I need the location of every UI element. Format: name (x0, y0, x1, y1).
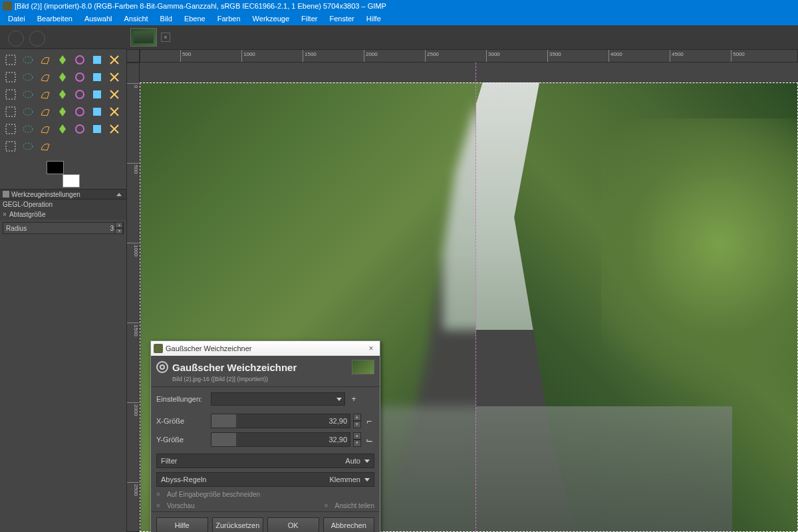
spin-down-icon[interactable]: ▾ (353, 421, 361, 428)
horizontal-ruler[interactable]: 500100015002000250030003500400045005000 (140, 49, 798, 63)
dialog-heading: Gaußscher Weichzeichner (172, 362, 297, 373)
tool-rect-select[interactable] (3, 52, 19, 68)
svg-point-6 (76, 73, 84, 81)
tool-crop[interactable] (106, 69, 122, 85)
cancel-button[interactable]: Abbrechen (323, 517, 375, 532)
tool-paths[interactable] (3, 69, 19, 85)
tool-gegl-op[interactable] (37, 138, 53, 154)
filter-combo[interactable]: Filter Auto (156, 454, 374, 468)
svg-rect-20 (6, 142, 15, 151)
menu-filter[interactable]: Filter (296, 13, 323, 24)
tool-airbrush[interactable] (3, 121, 19, 137)
tool-color-picker[interactable] (20, 69, 36, 85)
tool-paintbrush[interactable] (89, 104, 105, 120)
tab-close-button[interactable]: × (161, 33, 170, 42)
close-icon[interactable]: × (3, 211, 9, 218)
abyss-combo[interactable]: Abyss-Regeln Klemmen (156, 472, 374, 487)
dialog-titlebar[interactable]: Gaußscher Weichzeichner × (151, 341, 380, 356)
tool-gradient[interactable] (55, 104, 70, 120)
tool-foreground-select[interactable] (106, 52, 122, 68)
presets-combo[interactable] (211, 392, 345, 406)
ok-button[interactable]: OK (267, 517, 319, 532)
menu-fenster[interactable]: Fenster (324, 13, 359, 24)
tool-align[interactable] (89, 69, 105, 85)
spin-down-icon[interactable]: ▾ (115, 228, 123, 234)
ruler-tick: 500 (127, 163, 139, 174)
tool-measure[interactable] (55, 69, 70, 85)
spin-up-icon[interactable]: ▴ (353, 432, 361, 440)
menu-werkzeuge[interactable]: Werkzeuge (247, 13, 295, 24)
bg-color-swatch[interactable] (63, 174, 80, 188)
menu-auswahl[interactable]: Auswahl (79, 13, 118, 24)
tool-shear[interactable] (37, 86, 53, 102)
tool-clone[interactable] (55, 121, 70, 137)
left-dock: Werkzeugeinstellungen GEGL-Operation × A… (0, 25, 126, 532)
fg-bg-swatch[interactable] (47, 161, 80, 188)
menu-ansicht[interactable]: Ansicht (118, 13, 153, 24)
tool-cage[interactable] (89, 86, 105, 102)
preset-menu-button[interactable] (362, 393, 374, 405)
image-tab[interactable] (130, 28, 157, 47)
tool-mypaint[interactable] (37, 121, 53, 137)
menu-farben[interactable]: Farben (212, 13, 246, 24)
tool-scale[interactable] (20, 86, 36, 102)
menu-hilfe[interactable]: Hilfe (361, 13, 386, 24)
tool-fuzzy-select[interactable] (55, 52, 70, 68)
tool-pencil[interactable] (72, 104, 88, 120)
clip-checkbox[interactable]: × Auf Eingabegröße beschneiden (151, 489, 380, 500)
reset-button[interactable]: Zurücksetzen (212, 517, 264, 532)
menu-triangle-icon[interactable] (116, 193, 122, 196)
spin-up-icon[interactable]: ▴ (115, 222, 123, 228)
ruler-tick: 0 (127, 83, 139, 88)
split-view-checkbox[interactable]: Ansicht teilen (335, 502, 374, 509)
menubar: DateiBearbeitenAuswahlAnsichtBildEbeneFa… (0, 12, 798, 25)
tool-move[interactable] (72, 69, 88, 85)
preset-add-button[interactable]: + (348, 393, 360, 405)
sample-size-row[interactable]: × Abtastgröße (0, 209, 126, 219)
image-tabstrip: × (126, 25, 798, 49)
x-size-slider[interactable]: 32,90 (211, 414, 350, 428)
tool-free-select[interactable] (37, 52, 53, 68)
tool-zoom[interactable] (37, 69, 53, 85)
menu-ebene[interactable]: Ebene (179, 13, 211, 24)
tool-rotate[interactable] (3, 86, 19, 102)
tool-options-header[interactable]: Werkzeugeinstellungen (0, 189, 126, 200)
chain-link-bottom-icon[interactable]: ⌙ (364, 435, 374, 445)
fg-color-swatch[interactable] (47, 161, 64, 174)
preview-checkbox[interactable]: Vorschau (167, 502, 195, 509)
dialog-close-button[interactable]: × (365, 344, 377, 353)
tool-unified-transform[interactable] (106, 86, 122, 102)
tool-bucket-fill[interactable] (37, 104, 53, 120)
ruler-tick: 2500 (425, 50, 439, 62)
help-button[interactable]: Hilfe (156, 517, 208, 532)
tool-warp[interactable] (3, 104, 19, 120)
tool-perspective-clone[interactable] (89, 121, 105, 137)
tool-by-color-select[interactable] (72, 52, 88, 68)
tool-text[interactable] (20, 104, 36, 120)
tool-blur-sharpen[interactable] (3, 138, 19, 154)
gegl-icon (156, 361, 168, 373)
menu-bearbeiten[interactable]: Bearbeiten (32, 13, 78, 24)
tool-ink[interactable] (20, 121, 36, 137)
tool-eraser[interactable] (106, 104, 122, 120)
tool-scissors[interactable] (89, 52, 105, 68)
radius-slider[interactable]: Radius 3 ▴▾ (3, 222, 124, 234)
tool-perspective[interactable] (55, 86, 70, 102)
y-size-slider[interactable]: 32,90 (211, 432, 350, 447)
menu-datei[interactable]: Datei (3, 13, 31, 24)
chain-link-top-icon[interactable]: ⌐ (364, 416, 374, 426)
tool-flip[interactable] (72, 86, 88, 102)
tool-heal[interactable] (72, 121, 88, 137)
ruler-tick: 3500 (547, 50, 561, 62)
svg-rect-4 (6, 72, 15, 82)
menu-bild[interactable]: Bild (155, 13, 178, 24)
tool-dodge-burn[interactable] (20, 138, 36, 154)
tool-smudge[interactable] (106, 121, 122, 137)
vertical-ruler[interactable]: 05001000150020002500 (126, 63, 140, 532)
svg-point-13 (23, 108, 33, 115)
tool-ellipse-select[interactable] (20, 52, 36, 68)
spin-down-icon[interactable]: ▾ (353, 440, 361, 447)
ruler-tick: 2000 (364, 50, 378, 62)
spin-up-icon[interactable]: ▴ (353, 414, 361, 421)
svg-point-1 (23, 57, 33, 63)
